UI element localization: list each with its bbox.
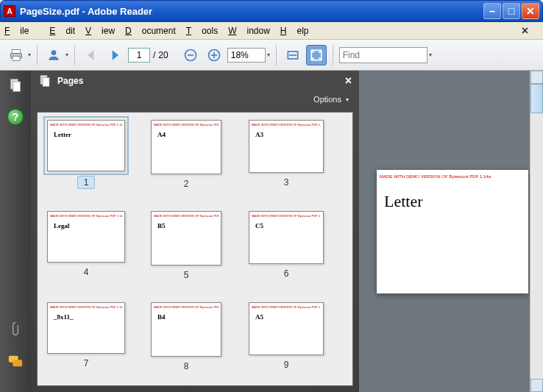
total-pages: 20: [158, 50, 168, 60]
page-separator: /: [153, 50, 155, 60]
thumb-label: _8x11_: [54, 313, 74, 321]
thumb-number: 4: [84, 267, 89, 277]
thumbnails-scroll[interactable]: MADE WITH DEMO VERSION OF Bytescout PDF …: [38, 113, 352, 385]
thumb-label: C5: [255, 222, 263, 229]
window-title: PageSize.pdf - Adobe Reader: [20, 6, 152, 17]
thumb-watermark: MADE WITH DEMO VERSION OF Bytescout PDF …: [252, 123, 321, 126]
collab-dropdown-icon[interactable]: ▾: [65, 51, 68, 58]
svg-rect-0: [12, 49, 21, 53]
scroll-thumb[interactable]: [530, 84, 543, 113]
app-icon: A: [4, 5, 15, 17]
thumb-watermark: MADE WITH DEMO VERSION OF Bytescout PDF …: [154, 214, 219, 218]
zoom-in-button[interactable]: [204, 45, 224, 65]
panel-options-dropdown-icon[interactable]: ▾: [346, 96, 349, 103]
thumbnail-8[interactable]: MADE WITH DEMO VERSION OF Bytescout PDF …: [145, 302, 227, 371]
thumbnail-1[interactable]: MADE WITH DEMO VERSION OF Bytescout PDF …: [45, 120, 127, 189]
thumb-watermark: MADE WITH DEMO VERSION OF Bytescout PDF …: [252, 214, 321, 218]
page-view: MADE WITH DEMO VERSION OF Bytescout PDF …: [377, 170, 528, 293]
thumb-number: 7: [84, 358, 89, 368]
thumb-watermark: MADE WITH DEMO VERSION OF Bytescout PDF …: [252, 305, 321, 309]
fit-page-button[interactable]: [306, 45, 327, 65]
menu-tools[interactable]: Tools: [186, 26, 218, 36]
menu-help[interactable]: Help: [280, 26, 309, 36]
menu-bar: File Edit View Document Tools Window Hel…: [0, 22, 543, 40]
close-button[interactable]: ✕: [522, 3, 539, 19]
scroll-down-button[interactable]: [530, 379, 543, 392]
document-area[interactable]: MADE WITH DEMO VERSION OF Bytescout PDF …: [359, 71, 543, 392]
thumb-label: A5: [255, 313, 263, 321]
thumb-number: 1: [77, 176, 96, 189]
thumb-number: 8: [184, 361, 189, 371]
thumb-watermark: MADE WITH DEMO VERSION OF Bytescout PDF …: [50, 123, 122, 126]
next-page-button[interactable]: [104, 45, 125, 65]
thumb-number: 3: [284, 177, 289, 188]
thumbnail-7[interactable]: MADE WITH DEMO VERSION OF Bytescout PDF …: [45, 302, 127, 371]
panel-title: Pages: [57, 76, 83, 86]
thumbnail-2[interactable]: MADE WITH DEMO VERSION OF Bytescout PDF …: [145, 120, 227, 189]
thumb-number: 9: [284, 360, 289, 370]
collab-button[interactable]: [43, 45, 64, 65]
thumb-label: B5: [157, 222, 166, 229]
thumbnail-9[interactable]: MADE WITH DEMO VERSION OF Bytescout PDF …: [245, 302, 327, 371]
maximize-button[interactable]: □: [503, 3, 520, 19]
thumb-label: A3: [255, 131, 263, 138]
menu-window[interactable]: Window: [228, 26, 270, 36]
pages-panel-icon[interactable]: [5, 76, 26, 94]
pages-panel: Pages × Options ▾ MADE WITH DEMO VERSION…: [31, 71, 359, 392]
panel-pages-icon: [38, 74, 52, 88]
panel-options-button[interactable]: Options: [313, 95, 341, 104]
menubar-close-icon[interactable]: ×: [522, 24, 528, 38]
thumb-label: A4: [157, 131, 166, 138]
nav-sidebar: ?: [0, 71, 31, 392]
svg-rect-2: [13, 56, 20, 60]
thumbnail-6[interactable]: MADE WITH DEMO VERSION OF Bytescout PDF …: [245, 211, 327, 280]
thumb-number: 5: [184, 270, 189, 280]
menu-view[interactable]: View: [85, 26, 115, 36]
print-dropdown-icon[interactable]: ▾: [28, 51, 31, 58]
print-button[interactable]: [6, 45, 26, 65]
fit-width-button[interactable]: [283, 45, 303, 65]
comments-icon[interactable]: [5, 352, 26, 370]
page-title-text: Letter: [384, 192, 423, 211]
menu-document[interactable]: Document: [125, 26, 176, 36]
find-input[interactable]: [339, 47, 427, 63]
zoom-input[interactable]: [227, 48, 266, 63]
zoom-out-button[interactable]: [180, 45, 201, 65]
thumb-watermark: MADE WITH DEMO VERSION OF Bytescout PDF …: [154, 305, 219, 309]
document-scrollbar[interactable]: [530, 71, 543, 392]
thumbnail-5[interactable]: MADE WITH DEMO VERSION OF Bytescout PDF …: [145, 211, 227, 280]
svg-rect-13: [13, 82, 21, 91]
thumb-label: Letter: [54, 131, 71, 138]
title-bar: A PageSize.pdf - Adobe Reader – □ ✕: [0, 0, 543, 22]
scroll-up-button[interactable]: [530, 71, 543, 84]
svg-point-3: [52, 50, 57, 55]
find-dropdown-icon[interactable]: ▾: [429, 51, 432, 58]
thumb-watermark: MADE WITH DEMO VERSION OF Bytescout PDF …: [50, 305, 122, 309]
thumb-label: Legal: [54, 222, 70, 229]
toolbar: ▾ ▾ / 20 ▾ ▾: [0, 40, 543, 71]
thumb-number: 2: [184, 179, 189, 189]
svg-rect-17: [43, 78, 49, 87]
menu-edit[interactable]: Edit: [49, 26, 75, 36]
page-watermark: MADE WITH DEMO VERSION OF Bytescout PDF …: [380, 174, 525, 179]
thumb-number: 6: [284, 268, 289, 279]
minimize-button[interactable]: –: [483, 3, 501, 19]
panel-close-icon[interactable]: ×: [345, 74, 352, 88]
prev-page-button[interactable]: [81, 45, 102, 65]
thumbnail-4[interactable]: MADE WITH DEMO VERSION OF Bytescout PDF …: [45, 211, 127, 280]
help-icon[interactable]: ?: [7, 109, 24, 125]
thumbnail-3[interactable]: MADE WITH DEMO VERSION OF Bytescout PDF …: [245, 120, 327, 189]
thumb-watermark: MADE WITH DEMO VERSION OF Bytescout PDF …: [154, 123, 219, 126]
thumb-watermark: MADE WITH DEMO VERSION OF Bytescout PDF …: [50, 214, 122, 218]
menu-file[interactable]: File: [4, 26, 39, 36]
zoom-dropdown-icon[interactable]: ▾: [267, 51, 270, 58]
svg-rect-15: [13, 360, 22, 366]
page-number-input[interactable]: [128, 48, 150, 63]
thumb-label: B4: [157, 313, 166, 321]
attachments-icon[interactable]: [5, 320, 26, 338]
